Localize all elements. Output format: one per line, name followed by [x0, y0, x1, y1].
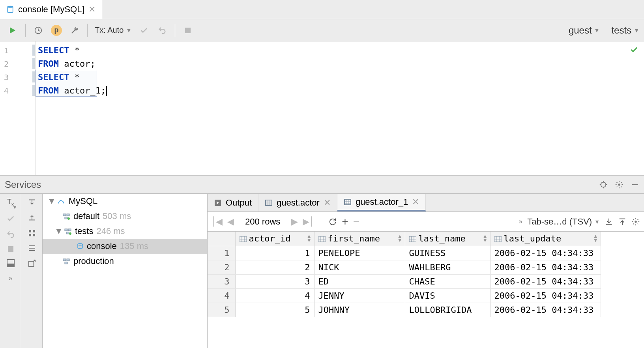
- commit-button[interactable]: [136, 22, 152, 38]
- remove-row-button[interactable]: −: [353, 215, 359, 228]
- gear-icon[interactable]: [615, 180, 623, 189]
- cell[interactable]: DAVIS: [405, 288, 490, 303]
- tree-item-default[interactable]: default 503 ms: [43, 209, 207, 224]
- stop-icon[interactable]: [7, 246, 14, 252]
- svg-rect-15: [29, 248, 35, 249]
- list-icon[interactable]: [28, 244, 36, 252]
- sql-editor[interactable]: 1 2 3 4 SELECT * FROM actor; SELECT * FR…: [0, 41, 644, 176]
- stop-button[interactable]: [180, 22, 196, 38]
- expand-icon[interactable]: »: [8, 274, 12, 283]
- export-format-select[interactable]: Tab-se…d (TSV) ▼: [527, 217, 600, 227]
- chevron-down-icon: ▼: [47, 196, 54, 206]
- locate-icon[interactable]: [599, 180, 608, 189]
- cell[interactable]: 1: [235, 246, 314, 260]
- next-page-button[interactable]: ▶: [291, 217, 298, 227]
- code-line: SELECT *: [38, 71, 644, 84]
- rollback-button[interactable]: [154, 22, 170, 38]
- table-row[interactable]: 11PENELOPEGUINESS2006-02-15 04:34:33: [208, 246, 601, 260]
- schema-select[interactable]: tests ▼: [611, 25, 639, 36]
- svg-rect-20: [65, 217, 67, 219]
- cell[interactable]: GUINESS: [405, 246, 490, 260]
- tab-guest-actor[interactable]: guest.actor ✕: [258, 194, 337, 211]
- first-page-button[interactable]: ⎮◀: [212, 217, 223, 227]
- editor-code[interactable]: SELECT * FROM actor; SELECT * FROM actor…: [36, 41, 644, 175]
- layout-icon[interactable]: [7, 259, 15, 267]
- column-header-last_update[interactable]: last_update▲▼: [490, 232, 601, 246]
- expand-tree-icon[interactable]: [28, 213, 36, 222]
- upload-button[interactable]: [618, 217, 627, 226]
- tx-mode-select[interactable]: Tx: Auto ▼: [92, 26, 134, 35]
- svg-rect-7: [8, 246, 13, 252]
- add-row-button[interactable]: +: [342, 215, 348, 228]
- cell[interactable]: WAHLBERG: [405, 260, 490, 274]
- data-grid[interactable]: actor_id▲▼first_name▲▼last_name▲▼last_up…: [208, 232, 644, 348]
- minimize-icon[interactable]: [631, 180, 639, 189]
- close-icon[interactable]: ✕: [324, 198, 331, 208]
- reload-button[interactable]: [328, 217, 337, 226]
- svg-rect-6: [632, 184, 638, 185]
- table-row[interactable]: 44JENNYDAVIS2006-02-15 04:34:33: [208, 288, 601, 303]
- tree-root-mysql[interactable]: ▼ MySQL: [43, 194, 207, 209]
- schema-button[interactable]: p: [49, 22, 64, 38]
- download-button[interactable]: [605, 217, 613, 226]
- tree-item-console[interactable]: console 135 ms: [43, 239, 207, 254]
- svg-rect-3: [185, 28, 191, 33]
- settings-wrench-button[interactable]: [67, 22, 82, 38]
- tree-item-production[interactable]: production: [43, 254, 207, 269]
- group-icon[interactable]: [28, 229, 36, 237]
- cell[interactable]: JENNY: [314, 288, 405, 303]
- services-tree[interactable]: ▼ MySQL default 503 ms ▼ tests 246 ms: [43, 194, 208, 348]
- table-icon: [344, 198, 352, 206]
- cell[interactable]: 2006-02-15 04:34:33: [490, 303, 601, 317]
- cell[interactable]: JOHNNY: [314, 303, 405, 317]
- svg-point-42: [635, 221, 637, 223]
- cell[interactable]: 3: [235, 274, 314, 288]
- cell[interactable]: ED: [314, 274, 405, 288]
- tab-guest-actor-1[interactable]: guest.actor_1 ✕: [337, 194, 426, 211]
- close-icon[interactable]: ✕: [412, 197, 419, 207]
- last-page-button[interactable]: ▶⎮: [303, 217, 314, 227]
- run-button[interactable]: [5, 22, 21, 38]
- tab-output[interactable]: Output: [208, 194, 258, 211]
- svg-rect-9: [7, 264, 14, 267]
- commit-icon[interactable]: [6, 214, 15, 223]
- cell[interactable]: PENELOPE: [314, 246, 405, 260]
- cell[interactable]: CHASE: [405, 274, 490, 288]
- services-header: Services: [0, 176, 644, 194]
- column-header-last_name[interactable]: last_name▲▼: [405, 232, 490, 246]
- cell[interactable]: NICK: [314, 260, 405, 274]
- collapse-icon[interactable]: [28, 198, 36, 206]
- cell[interactable]: 2006-02-15 04:34:33: [490, 274, 601, 288]
- cell[interactable]: LOLLOBRIGIDA: [405, 303, 490, 317]
- services-left-toolbar: Tx▾ »: [0, 194, 21, 348]
- cell[interactable]: 2006-02-15 04:34:33: [490, 288, 601, 303]
- cell[interactable]: 2006-02-15 04:34:33: [490, 246, 601, 260]
- history-button[interactable]: [30, 22, 46, 38]
- user-select[interactable]: guest ▼: [569, 25, 600, 36]
- inspection-ok-icon[interactable]: [630, 45, 638, 54]
- close-icon[interactable]: ✕: [88, 4, 95, 15]
- file-tab-bar: console [MySQL] ✕: [0, 0, 644, 19]
- table-row[interactable]: 55JOHNNYLOLLOBRIGIDA2006-02-15 04:34:33: [208, 303, 601, 317]
- cell[interactable]: 2: [235, 260, 314, 274]
- tree-item-tests[interactable]: ▼ tests 246 ms: [43, 224, 207, 239]
- rollback-icon[interactable]: [6, 230, 15, 239]
- cell[interactable]: 5: [235, 303, 314, 317]
- column-header-actor_id[interactable]: actor_id▲▼: [235, 232, 314, 246]
- add-tab-icon[interactable]: [28, 259, 36, 268]
- grid-settings-button[interactable]: [631, 217, 640, 226]
- cell[interactable]: 4: [235, 288, 314, 303]
- tx-icon[interactable]: Tx▾: [7, 198, 14, 207]
- table-row[interactable]: 33EDCHASE2006-02-15 04:34:33: [208, 274, 601, 288]
- more-icon[interactable]: »: [519, 217, 522, 226]
- editor-toolbar: p Tx: Auto ▼ guest ▼ tests ▼: [0, 19, 644, 41]
- cell[interactable]: 2006-02-15 04:34:33: [490, 260, 601, 274]
- svg-rect-32: [266, 200, 272, 206]
- row-number: 1: [208, 246, 235, 260]
- prev-page-button[interactable]: ◀: [227, 217, 234, 227]
- column-header-first_name[interactable]: first_name▲▼: [314, 232, 405, 246]
- table-row[interactable]: 22NICKWAHLBERG2006-02-15 04:34:33: [208, 260, 601, 274]
- svg-rect-17: [28, 262, 34, 267]
- file-tab-console[interactable]: console [MySQL] ✕: [0, 0, 102, 19]
- svg-rect-19: [67, 214, 69, 216]
